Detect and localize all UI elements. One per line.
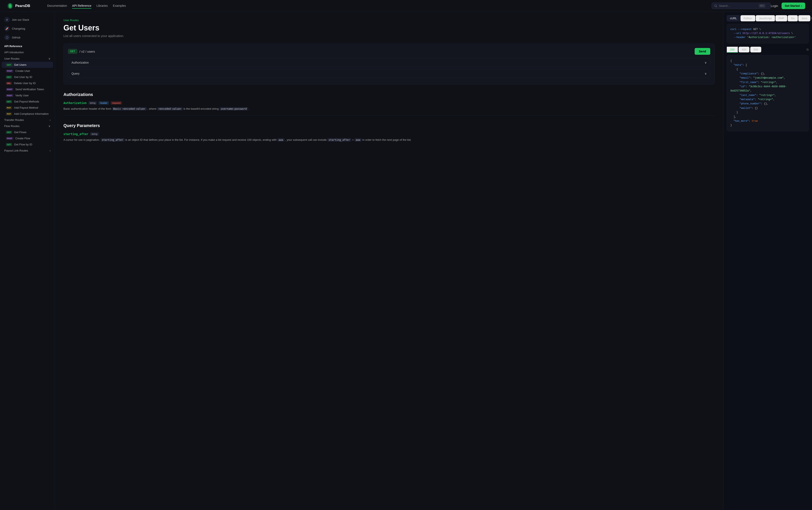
slack-icon: #	[4, 17, 10, 22]
auth-param-desc: Basic authentication header of the form …	[63, 107, 715, 111]
sidebar-item-get-flow-by-id[interactable]: GET Get Flow by ID	[0, 141, 55, 148]
main-content: User Routes Get Users List all users con…	[55, 12, 723, 510]
route-group-user-routes[interactable]: User Routes ∨	[0, 56, 55, 62]
nav-examples[interactable]: Examples	[113, 3, 126, 9]
github-icon: ⬡	[4, 35, 10, 40]
sidebar-item-delete-user[interactable]: DEL Delete User by ID	[0, 80, 55, 86]
query-param-desc: A cursor for use in pagination. starting…	[63, 138, 715, 142]
sidebar: # Join our Slack 🚀 Changelog ⬡ GitHub AP…	[0, 12, 55, 510]
nav-libraries[interactable]: Libraries	[96, 3, 108, 9]
sidebar-github[interactable]: ⬡ GitHub	[0, 33, 55, 42]
method-badge-get: GET	[6, 76, 12, 79]
method-badge-post: POST	[6, 94, 13, 97]
sidebar-item-get-users[interactable]: GET Get Users	[2, 62, 53, 68]
page-subtitle: List all users connected to your applica…	[63, 34, 715, 38]
sidebar-item-add-payout-method[interactable]: PUT Add Payout Method	[0, 104, 55, 111]
get-started-button[interactable]: Get Started ›	[782, 3, 805, 9]
route-group-transfer-routes[interactable]: Transfer Routes ›	[0, 117, 55, 123]
chevron-down-icon-2: ∨	[49, 124, 51, 128]
sidebar-item-send-verification[interactable]: POST Send Verification Token	[0, 86, 55, 92]
method-badge-del: DEL	[6, 82, 12, 85]
header: PearsDB Documentation API Reference Libr…	[0, 0, 812, 12]
sidebar-item-create-flow[interactable]: POST Create Flow	[0, 135, 55, 141]
query-param-name: starting_after	[63, 132, 88, 136]
resp-tab-500[interactable]: 500	[750, 47, 761, 53]
method-badge-put: PUT	[6, 113, 12, 115]
sidebar-item-get-payout-methods[interactable]: GET Get Payout Methods	[0, 98, 55, 104]
auth-code-1: Basic <encoded-value>	[112, 107, 147, 111]
user-routes-list: GET Get Users POST Create User GET Get U…	[0, 62, 55, 117]
query-code-4: aaa	[354, 138, 361, 142]
arrow-icon: ›	[801, 4, 802, 7]
rocket-icon: 🚀	[4, 26, 10, 31]
route-group-payout-link-routes[interactable]: Payout Link Routes ›	[0, 148, 55, 154]
logo-area: PearsDB	[7, 3, 30, 9]
endpoint-path: / v2 / users	[80, 50, 693, 53]
auth-type-badge: string	[88, 101, 97, 104]
sidebar-item-add-compliance[interactable]: PUT Add Compliance Information	[0, 111, 55, 117]
app-body: # Join our Slack 🚀 Changelog ⬡ GitHub AP…	[0, 12, 812, 510]
chevron-query-icon: ∨	[704, 72, 707, 75]
method-badge-post: POST	[6, 69, 13, 72]
endpoint-method: GET	[68, 49, 78, 54]
route-group-flow-routes[interactable]: Flow Routes ∨	[0, 123, 55, 129]
copy-code-button[interactable]: ⧉	[811, 17, 812, 20]
right-panel: cURL Python JavaScript PHP Go Java ⧉ cur…	[723, 12, 812, 510]
api-reference-section-title: API Reference	[0, 42, 55, 49]
send-button[interactable]: Send	[695, 48, 710, 55]
search-input[interactable]	[719, 4, 757, 7]
query-code-2: aaa	[277, 138, 284, 142]
breadcrumb: User Routes	[63, 19, 715, 22]
sidebar-slack[interactable]: # Join our Slack	[0, 15, 55, 24]
tab-go[interactable]: Go	[788, 15, 798, 21]
curl-code-block: curl --request GET \ --url http://127.0.…	[727, 24, 809, 43]
response-tabs: 200 400 500 ⧉	[727, 47, 809, 53]
method-badge-get: GET	[6, 143, 12, 146]
sidebar-changelog[interactable]: 🚀 Changelog	[0, 24, 55, 33]
flow-routes-list: GET Get Flows POST Create Flow GET Get F…	[0, 129, 55, 148]
auth-header-badge: header	[98, 101, 109, 104]
tab-java[interactable]: Java	[798, 15, 810, 21]
endpoint-box: GET / v2 / users Send Authorization ∨ Qu…	[63, 43, 715, 85]
query-type-badge: string	[90, 132, 99, 136]
copy-response-button[interactable]: ⧉	[807, 48, 809, 51]
search-bar[interactable]: ⌘K	[712, 3, 771, 9]
resp-tab-400[interactable]: 400	[738, 47, 750, 53]
query-param-row: starting_after string	[63, 132, 715, 136]
sidebar-item-create-user[interactable]: POST Create User	[0, 68, 55, 74]
header-nav: Documentation API Reference Libraries Ex…	[47, 3, 707, 9]
response-json-block: { "data": [ { "compliance": {}, "email":…	[727, 55, 809, 131]
chevron-down-icon: ∨	[49, 57, 51, 60]
auth-required-badge: required	[111, 101, 122, 104]
query-section-title: Query Parameters	[63, 123, 715, 128]
divider-1	[63, 115, 715, 116]
sidebar-item-verify-user[interactable]: POST Verify User	[0, 92, 55, 98]
tab-php[interactable]: PHP	[776, 15, 787, 21]
login-button[interactable]: Login	[771, 4, 778, 8]
auth-code-3: username:password	[220, 107, 248, 111]
sidebar-item-api-intro[interactable]: API Introduction	[0, 49, 55, 56]
resp-tab-200[interactable]: 200	[727, 47, 738, 53]
auth-section-title: Authorizations	[63, 92, 715, 97]
query-code-1: starting_after	[100, 138, 124, 142]
sidebar-item-get-user-by-id[interactable]: GET Get User by ID	[0, 74, 55, 80]
method-badge-get: GET	[6, 63, 12, 66]
query-header[interactable]: Query ∨	[68, 69, 710, 78]
header-right: Login Get Started ›	[771, 3, 805, 9]
nav-api-reference[interactable]: API Reference	[72, 3, 91, 9]
tab-python[interactable]: Python	[741, 15, 755, 21]
query-section: Query ∨	[68, 69, 710, 78]
method-badge-get: GET	[6, 100, 12, 103]
method-badge-post: POST	[6, 88, 13, 91]
code-tabs: cURL Python JavaScript PHP Go Java ⧉	[727, 15, 809, 21]
tab-javascript[interactable]: JavaScript	[756, 15, 775, 21]
authorization-header[interactable]: Authorization ∨	[68, 58, 710, 67]
tab-curl[interactable]: cURL	[727, 15, 740, 21]
method-badge-post: POST	[6, 137, 13, 140]
chevron-authorization-icon: ∨	[704, 61, 707, 64]
auth-code-2: <encoded-value>	[157, 107, 182, 111]
sidebar-item-get-flows[interactable]: GET Get Flows	[0, 129, 55, 135]
chevron-right-icon-2: ›	[50, 149, 51, 152]
nav-documentation[interactable]: Documentation	[47, 3, 67, 9]
logo-text: PearsDB	[15, 4, 30, 8]
